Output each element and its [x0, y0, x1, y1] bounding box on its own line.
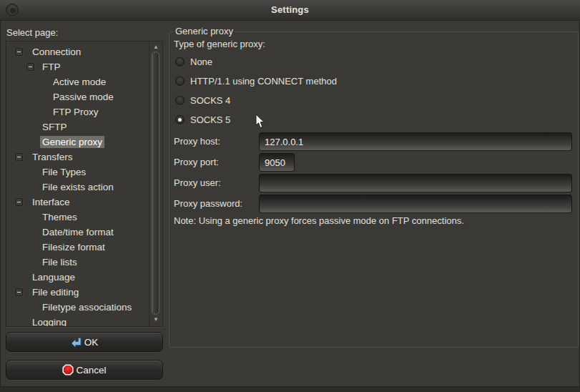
field-row-proxy-user: Proxy user: — [174, 174, 572, 195]
tree-item-label: File Types — [40, 166, 88, 178]
proxy-user-input[interactable] — [259, 174, 572, 192]
scrollbar-thumb[interactable] — [152, 52, 159, 315]
tree-item-label: Filesize format — [40, 241, 107, 253]
tree-item-label: Generic proxy — [40, 136, 104, 148]
field-row-proxy-host: Proxy host: — [174, 132, 572, 153]
tree-item-filesize-format[interactable]: Filesize format — [6, 240, 149, 255]
tree-item-ftp[interactable]: FTP — [6, 59, 149, 74]
tree-item-active-mode[interactable]: Active mode — [6, 74, 149, 89]
tree-item-passive-mode[interactable]: Passive mode — [6, 89, 149, 104]
tree-item-label: FTP — [40, 61, 63, 73]
radio-option-label: SOCKS 4 — [190, 95, 230, 106]
window-title: Settings — [0, 4, 580, 15]
cancel-button-label: Cancel — [76, 365, 106, 376]
tree-item-label: File lists — [40, 256, 79, 268]
stop-sign-icon — [62, 364, 74, 376]
tree-item-label: File exists action — [40, 181, 116, 193]
tree-item-label: Active mode — [51, 76, 108, 88]
radio-option-label: SOCKS 5 — [190, 114, 230, 125]
tree-item-sftp[interactable]: SFTP — [6, 119, 149, 134]
tree-item-transfers[interactable]: Transfers — [6, 150, 149, 165]
page-tree: ConnectionFTPActive modePassive modeFTP … — [6, 41, 163, 327]
tree-collapse-icon[interactable] — [15, 288, 23, 296]
radio-button-icon[interactable] — [175, 77, 185, 86]
tree-item-label: FTP Proxy — [51, 106, 101, 118]
scroll-down-icon[interactable]: ▼ — [149, 316, 162, 323]
enter-arrow-icon — [71, 336, 82, 348]
proxy-type-label: Type of generic proxy: — [174, 39, 265, 49]
field-row-proxy-password: Proxy password: — [174, 195, 572, 215]
tree-item-label: SFTP — [40, 121, 69, 133]
proxy-type-radio-group: NoneHTTP/1.1 using CONNECT methodSOCKS 4… — [175, 52, 337, 129]
tree-collapse-icon[interactable] — [15, 198, 23, 206]
radio-button-icon[interactable] — [175, 115, 185, 124]
tree-item-label: Interface — [30, 196, 72, 208]
proxy-note: Note: Using a generic proxy forces passi… — [174, 215, 464, 226]
radio-button-icon[interactable] — [175, 57, 185, 67]
settings-dialog: Settings Select page: ConnectionFTPActiv… — [0, 0, 580, 392]
radio-option-label: None — [190, 57, 212, 67]
tree-item-label: File editing — [30, 286, 81, 298]
proxy-password-input[interactable] — [259, 195, 572, 213]
tree-item-file-exists-action[interactable]: File exists action — [6, 180, 149, 195]
radio-option-none[interactable]: None — [175, 52, 337, 72]
scroll-up-icon[interactable]: ▲ — [149, 44, 162, 51]
radio-option-socks-5[interactable]: SOCKS 5 — [175, 110, 337, 129]
tree-item-filetype-associations[interactable]: Filetype associations — [6, 300, 149, 315]
tree-item-ftp-proxy[interactable]: FTP Proxy — [6, 104, 149, 119]
groupbox-legend: Generic proxy — [173, 26, 235, 36]
select-page-label: Select page: — [6, 27, 58, 38]
tree-item-label: Connection — [30, 46, 83, 58]
ok-button-label: OK — [84, 337, 99, 348]
tree-item-language[interactable]: Language — [6, 270, 149, 285]
cancel-button[interactable]: Cancel — [6, 360, 163, 380]
tree-item-label: Language — [30, 271, 77, 283]
tree-collapse-icon[interactable] — [15, 48, 23, 56]
radio-option-socks-4[interactable]: SOCKS 4 — [175, 91, 337, 110]
tree-item-file-types[interactable]: File Types — [6, 165, 149, 180]
tree-item-connection[interactable]: Connection — [6, 44, 149, 59]
tree-collapse-icon[interactable] — [26, 63, 34, 71]
field-row-proxy-port: Proxy port: — [174, 153, 572, 174]
radio-option-http-1-1-using-connect-method[interactable]: HTTP/1.1 using CONNECT method — [175, 72, 337, 91]
proxy-host-input[interactable] — [259, 132, 572, 151]
tree-item-label: Filetype associations — [40, 301, 134, 313]
tree-item-logging[interactable]: Logging — [6, 315, 149, 327]
tree-collapse-icon[interactable] — [15, 153, 23, 161]
tree-item-file-lists[interactable]: File lists — [6, 255, 149, 270]
tree-item-label: Transfers — [30, 151, 75, 163]
tree-item-label: Themes — [40, 211, 79, 223]
tree-item-interface[interactable]: Interface — [6, 195, 149, 210]
radio-button-icon[interactable] — [175, 96, 185, 105]
ok-button[interactable]: OK — [6, 332, 163, 352]
tree-item-generic-proxy[interactable]: Generic proxy — [6, 134, 149, 150]
radio-option-label: HTTP/1.1 using CONNECT method — [190, 76, 337, 87]
tree-item-file-editing[interactable]: File editing — [6, 285, 149, 300]
field-label: Proxy user: — [174, 174, 221, 192]
tree-item-label: Date/time format — [40, 226, 116, 238]
tree-list: ConnectionFTPActive modePassive modeFTP … — [6, 44, 149, 327]
tree-item-date-time-format[interactable]: Date/time format — [6, 225, 149, 240]
proxy-fields: Proxy host:Proxy port:Proxy user:Proxy p… — [174, 132, 572, 215]
field-label: Proxy password: — [174, 195, 242, 213]
tree-item-label: Logging — [30, 316, 69, 327]
field-label: Proxy port: — [174, 153, 219, 172]
tree-item-themes[interactable]: Themes — [6, 210, 149, 225]
tree-item-label: Passive mode — [51, 91, 116, 103]
titlebar: Settings — [0, 0, 580, 21]
proxy-port-input[interactable] — [259, 153, 295, 172]
window-bottom-edge — [0, 386, 580, 392]
field-label: Proxy host: — [174, 132, 220, 151]
tree-scrollbar[interactable]: ▲ ▼ — [149, 41, 162, 326]
